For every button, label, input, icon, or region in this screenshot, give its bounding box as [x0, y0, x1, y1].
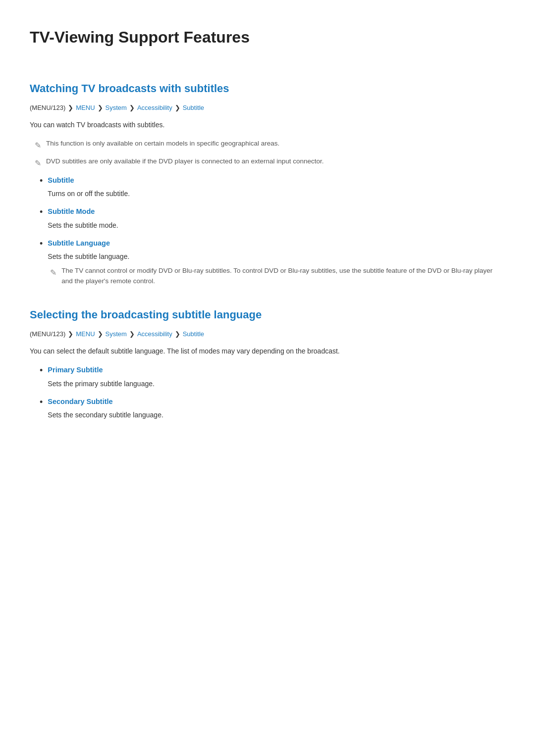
breadcrumb-sep-2: ❯: [98, 103, 103, 113]
primary-subtitle-content: Primary Subtitle Sets the primary subtit…: [48, 364, 505, 393]
pencil-icon-2: ✎: [35, 157, 41, 170]
section1-breadcrumb: (MENU/123) ❯ MENU ❯ System ❯ Accessibili…: [30, 103, 505, 113]
section2-breadcrumb-system[interactable]: System: [106, 329, 127, 340]
list-item: • Primary Subtitle Sets the primary subt…: [40, 364, 505, 393]
subtitle-language-desc: Sets the subtitle language.: [48, 251, 505, 262]
subtitle-desc: Turns on or off the subtitle.: [48, 188, 505, 199]
secondary-subtitle-desc: Sets the secondary subtitle language.: [48, 409, 505, 420]
pencil-icon-3: ✎: [50, 266, 56, 279]
bullet-dot-4: •: [40, 363, 43, 378]
section2-title: Selecting the broadcasting subtitle lang…: [30, 306, 505, 323]
breadcrumb-menu[interactable]: MENU: [76, 103, 95, 113]
subtitle-language-label[interactable]: Subtitle Language: [48, 238, 505, 249]
list-item: • Subtitle Mode Sets the subtitle mode.: [40, 206, 505, 235]
section1-note-2: ✎ DVD subtitles are only available if th…: [30, 156, 505, 170]
secondary-subtitle-label[interactable]: Secondary Subtitle: [48, 396, 505, 407]
primary-subtitle-label[interactable]: Primary Subtitle: [48, 364, 505, 376]
section1-title: Watching TV broadcasts with subtitles: [30, 80, 505, 97]
bullet-dot-1: •: [40, 174, 43, 188]
secondary-subtitle-content: Secondary Subtitle Sets the secondary su…: [48, 396, 505, 425]
breadcrumb-sep-4: ❯: [175, 103, 180, 113]
list-item: • Subtitle Language Sets the subtitle la…: [40, 238, 505, 286]
subtitle-label[interactable]: Subtitle: [48, 175, 505, 186]
section2-intro: You can select the default subtitle lang…: [30, 346, 505, 356]
primary-subtitle-desc: Sets the primary subtitle language.: [48, 378, 505, 389]
subtitle-language-note-text: The TV cannot control or modify DVD or B…: [61, 266, 505, 286]
section2-breadcrumb-menu[interactable]: MENU: [76, 329, 95, 340]
section1-bullet-list: • Subtitle Turns on or off the subtitle.…: [40, 175, 505, 286]
bullet-dot-3: •: [40, 237, 43, 251]
section1-note-2-text: DVD subtitles are only available if the …: [46, 156, 324, 166]
breadcrumb-accessibility[interactable]: Accessibility: [137, 103, 172, 113]
section-broadcasting-subtitle: Selecting the broadcasting subtitle lang…: [30, 306, 505, 425]
section2-breadcrumb-subtitle[interactable]: Subtitle: [183, 329, 204, 340]
pencil-icon-1: ✎: [35, 139, 41, 152]
section1-note-1-text: This function is only available on certa…: [46, 139, 279, 149]
bullet-subtitle-mode-content: Subtitle Mode Sets the subtitle mode.: [48, 206, 505, 235]
section2-bullet-list: • Primary Subtitle Sets the primary subt…: [40, 364, 505, 424]
section2-breadcrumb: (MENU/123) ❯ MENU ❯ System ❯ Accessibili…: [30, 329, 505, 340]
section1-note-1: ✎ This function is only available on cer…: [30, 139, 505, 152]
breadcrumb-subtitle[interactable]: Subtitle: [183, 103, 204, 113]
section2-breadcrumb-sep-3: ❯: [129, 329, 135, 340]
section2-breadcrumb-sep-4: ❯: [175, 329, 180, 340]
list-item: • Subtitle Turns on or off the subtitle.: [40, 175, 505, 203]
section1-intro: You can watch TV broadcasts with subtitl…: [30, 119, 505, 130]
bullet-dot-5: •: [40, 395, 43, 409]
breadcrumb-system[interactable]: System: [106, 103, 127, 113]
breadcrumb-sep-3: ❯: [129, 103, 135, 113]
section-watching-subtitles: Watching TV broadcasts with subtitles (M…: [30, 80, 505, 286]
bullet-subtitle-lang-content: Subtitle Language Sets the subtitle lang…: [48, 238, 505, 286]
list-item: • Secondary Subtitle Sets the secondary …: [40, 396, 505, 425]
section2-breadcrumb-sep-2: ❯: [98, 329, 103, 340]
breadcrumb-sep-1: ❯: [68, 103, 73, 113]
subtitle-mode-label[interactable]: Subtitle Mode: [48, 206, 505, 217]
breadcrumb-menu-code: (MENU/123): [30, 103, 65, 113]
bullet-subtitle-content: Subtitle Turns on or off the subtitle.: [48, 175, 505, 203]
section2-breadcrumb-menu-code: (MENU/123): [30, 329, 65, 340]
page-title: TV-Viewing Support Features: [30, 25, 505, 55]
subtitle-mode-desc: Sets the subtitle mode.: [48, 220, 505, 231]
bullet-dot-2: •: [40, 205, 43, 219]
section2-breadcrumb-sep-1: ❯: [68, 329, 73, 340]
section2-breadcrumb-accessibility[interactable]: Accessibility: [137, 329, 172, 340]
subtitle-language-note: ✎ The TV cannot control or modify DVD or…: [48, 266, 505, 286]
